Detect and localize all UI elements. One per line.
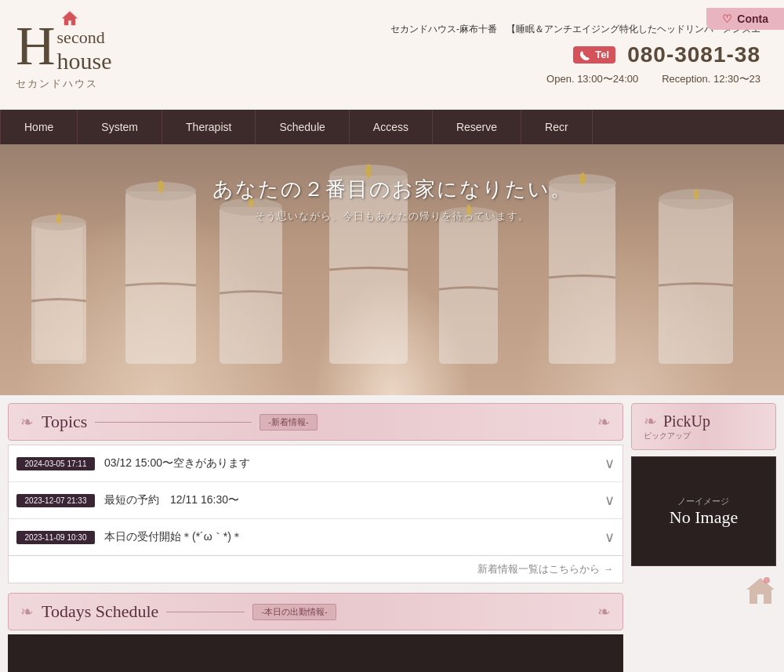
logo-house-text: house xyxy=(57,48,112,74)
topics-ornament-left: ❧ xyxy=(20,412,34,431)
topics-badge: -新着情報- xyxy=(260,414,317,430)
schedule-section: ❧ Todays Schedule -本日の出勤情報- ❧ xyxy=(8,593,623,672)
logo-area: H second house セカンドハウス xyxy=(16,19,188,91)
hero-sub-text: そう思いながら、今日もあなたの帰りを待っています。 xyxy=(0,209,784,223)
topics-header-left: ❧ Topics -新着情報- xyxy=(20,412,318,432)
topics-title: Topics xyxy=(42,412,87,432)
topics-header: ❧ Topics -新着情報- ❧ xyxy=(8,403,623,441)
pickup-title: ❧ PickUp xyxy=(644,412,764,430)
open-label: Open. xyxy=(546,73,574,85)
topics-list: 2024-03-05 17:11 03/12 15:00〜空きがあります ∨ 2… xyxy=(8,445,623,556)
open-hours: Open. 13:00〜24:00 xyxy=(546,72,638,86)
reception-time: 12:30〜23 xyxy=(713,73,760,85)
header: H second house セカンドハウス セカンドハウス-麻布十番 【睡眠＆… xyxy=(0,0,784,110)
nav-home[interactable]: Home xyxy=(0,110,78,144)
nav-therapist[interactable]: Therapist xyxy=(162,110,256,144)
schedule-ornament-right: ❧ xyxy=(597,602,611,621)
footer-house-icon xyxy=(745,574,776,605)
schedule-header: ❧ Todays Schedule -本日の出勤情報- ❧ xyxy=(8,593,623,630)
chevron-down-icon-1: ∨ xyxy=(604,455,615,472)
header-tel-row: Tel 080-3081-38 xyxy=(573,42,760,67)
right-column: ❧ PickUp ピックアップ ノーイメージ No Image xyxy=(631,395,784,672)
house-icon xyxy=(61,9,78,27)
nav-reserve[interactable]: Reserve xyxy=(433,110,521,144)
svg-rect-3 xyxy=(35,227,82,360)
tel-number: 080-3081-38 xyxy=(627,42,760,67)
svg-point-25 xyxy=(764,577,770,583)
nav-schedule[interactable]: Schedule xyxy=(256,110,349,144)
topic-date-3: 2023-11-09 10:30 xyxy=(16,531,95,544)
svg-marker-1 xyxy=(61,10,78,19)
reception-label: Reception. xyxy=(662,73,710,85)
svg-marker-24 xyxy=(746,578,775,604)
header-hours: Open. 13:00〜24:00 Reception. 12:30〜23 xyxy=(546,72,760,86)
logo-h: H xyxy=(16,19,56,74)
contact-button[interactable]: Conta xyxy=(706,8,784,30)
topic-date-2: 2023-12-07 21:33 xyxy=(16,494,95,507)
schedule-badge: -本日の出勤情報- xyxy=(252,604,336,620)
topics-more-link[interactable]: 新着情報一覧はこちらから → xyxy=(477,563,613,575)
pickup-subtitle: ピックアップ xyxy=(644,430,764,441)
reception-hours: Reception. 12:30〜23 xyxy=(662,72,760,86)
tel-label: Tel xyxy=(595,49,609,60)
pickup-header: ❧ PickUp ピックアップ xyxy=(631,403,776,450)
schedule-image xyxy=(8,634,623,672)
left-column: ❧ Topics -新着情報- ❧ 2024-03-05 17:11 03/12… xyxy=(0,395,631,672)
schedule-header-left: ❧ Todays Schedule -本日の出勤情報- xyxy=(20,601,336,622)
pickup-ornament: ❧ xyxy=(644,412,657,430)
header-right: セカンドハウス-麻布十番 【睡眠＆アンチエイジング特化したヘッドリンパ メンズエ… xyxy=(188,23,768,86)
nav-system[interactable]: System xyxy=(78,110,162,144)
svg-rect-15 xyxy=(659,199,733,364)
chevron-down-icon-2: ∨ xyxy=(604,492,615,509)
nav-access[interactable]: Access xyxy=(350,110,433,144)
logo-second: second xyxy=(57,28,112,47)
pickup-title-text: PickUp xyxy=(663,412,710,430)
main-content: ❧ Topics -新着情報- ❧ 2024-03-05 17:11 03/12… xyxy=(0,395,784,672)
topic-text-1: 03/12 15:00〜空きがあります xyxy=(104,456,595,470)
hero-text: あなたの２番目のお家になりたい。 そう思いながら、今日もあなたの帰りを待っていま… xyxy=(0,176,784,223)
contact-label: Conta xyxy=(737,13,768,25)
schedule-placeholder xyxy=(314,668,317,672)
topic-item[interactable]: 2023-12-07 21:33 最短の予約 12/11 16:30〜 ∨ xyxy=(9,482,622,519)
svg-rect-7 xyxy=(220,207,282,364)
pickup-image: ノーイメージ No Image xyxy=(631,456,776,566)
topics-footer[interactable]: 新着情報一覧はこちらから → xyxy=(8,556,623,583)
topic-text-3: 本日の受付開始＊(*´ω｀*)＊ xyxy=(104,530,595,544)
no-image-jp-text: ノーイメージ xyxy=(670,496,738,507)
tel-badge: Tel xyxy=(573,46,615,64)
topic-item[interactable]: 2024-03-05 17:11 03/12 15:00〜空きがあります ∨ xyxy=(9,445,622,482)
hero-section: あなたの２番目のお家になりたい。 そう思いながら、今日もあなたの帰りを待っていま… xyxy=(0,144,784,395)
navigation: Home System Therapist Schedule Access Re… xyxy=(0,110,784,144)
schedule-title: Todays Schedule xyxy=(42,601,158,622)
hero-main-text: あなたの２番目のお家になりたい。 xyxy=(0,176,784,203)
topic-item[interactable]: 2023-11-09 10:30 本日の受付開始＊(*´ω｀*)＊ ∨ xyxy=(9,519,622,555)
no-image-main-text: No Image xyxy=(670,507,738,528)
open-time: 13:00〜24:00 xyxy=(577,73,638,85)
logo-words: second house xyxy=(57,28,112,73)
no-image-container: ノーイメージ No Image xyxy=(670,496,738,528)
topic-date-1: 2024-03-05 17:11 xyxy=(16,457,95,470)
topic-text-2: 最短の予約 12/11 16:30〜 xyxy=(104,493,595,507)
schedule-ornament-left: ❧ xyxy=(20,602,34,621)
chevron-down-icon-3: ∨ xyxy=(604,529,615,546)
topics-ornament-right: ❧ xyxy=(597,412,611,431)
logo-jp: セカンドハウス xyxy=(16,77,98,91)
footer-logo-area xyxy=(631,574,776,608)
phone-icon xyxy=(579,50,590,61)
nav-recruit[interactable]: Recr xyxy=(521,110,593,144)
header-tagline: セカンドハウス-麻布十番 【睡眠＆アンチエイジング特化したヘッドリンパ メンズエ xyxy=(390,23,760,36)
